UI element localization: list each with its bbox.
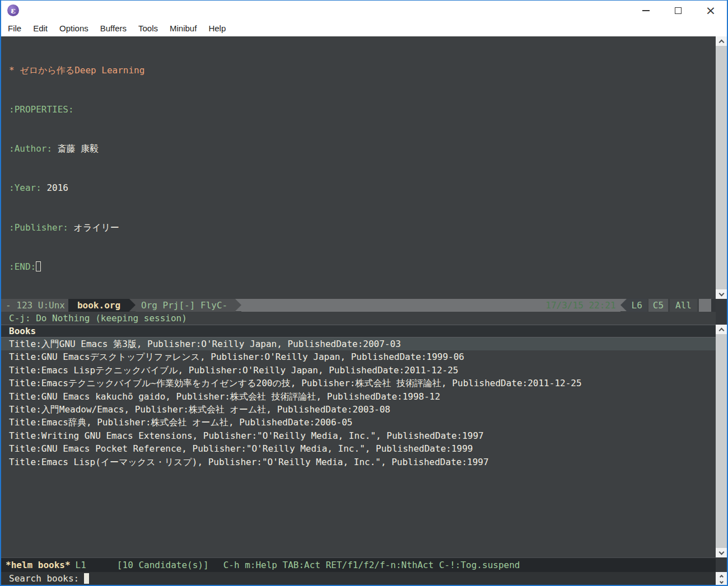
emacs-icon: ε [7,4,19,16]
helm-candidate[interactable]: Title:Emacs辞典, Publisher:株式会社 オーム社, Publ… [1,416,716,429]
close-button[interactable]: × [694,1,727,20]
helm-candidate[interactable]: Title:GNU Emacs kakuchō gaido, Publisher… [1,390,716,403]
chevron-up-icon [719,574,723,578]
chevron-up-icon [718,328,724,334]
close-icon: × [706,4,716,17]
helm-candidate[interactable]: Title:Emacs Lispテクニックバイブル, Publisher:O'R… [1,364,716,377]
org-author-line: :Author: 斎藤 康毅 [9,142,319,155]
modeline-helm: *helm books* L1 [10 Candidate(s)] C-h m:… [1,557,716,572]
helm-header-line: C-j: Do Nothing (keeping session) [9,312,187,325]
chevron-up-icon [718,40,724,45]
modeline-status: - 123 U:Unx [1,299,68,312]
helm-candidate[interactable]: Title:GNU Emacsデスクトップリファレンス, Publisher:O… [1,350,716,363]
scrollbar-editor[interactable] [716,36,727,299]
menu-edit[interactable]: Edit [33,24,48,33]
modeline-minor-modes[interactable]: Org Prj[-] FlyC- [136,299,235,312]
menu-tools[interactable]: Tools [138,24,158,33]
scroll-down-button[interactable] [716,289,727,299]
editor-buffer-book-org[interactable]: * ゼロから作るDeep Learning :PROPERTIES: :Auth… [1,36,716,299]
modeline-datetime: 17/3/15 22:21 [241,299,620,312]
modeline-buffer-position: All [670,299,697,312]
minibuffer-input[interactable]: Search books: [1,572,716,585]
modeline-book-org: - 123 U:Unx book.org Org Prj[-] FlyC- 17… [1,299,716,312]
helm-keybinding-help: C-h m:Help TAB:Act RET/f1/f2/f-n:NthAct … [223,560,520,570]
scroll-up-button[interactable] [716,36,727,46]
menu-bar: File Edit Options Buffers Tools Minibuf … [1,20,727,36]
modeline-column-number: C5 [648,299,668,312]
menu-help[interactable]: Help [208,24,226,33]
helm-candidate[interactable]: Title:GNU Emacs Pocket Reference, Publis… [1,442,716,455]
org-heading-line: * ゼロから作るDeep Learning [9,64,319,77]
modeline-end-block [699,299,711,312]
org-properties-line: :PROPERTIES: [9,103,319,116]
menu-file[interactable]: File [8,24,21,33]
active-cursor [84,573,89,584]
helm-line-number: L1 [76,560,86,570]
chevron-down-icon [718,550,724,555]
title-bar: ε × [1,1,727,20]
scrollbar-minibuffer[interactable] [716,572,727,585]
modeline-line-number: L6 [627,299,647,312]
window-controls: × [629,1,727,20]
powerline-arrow-icon [235,299,241,311]
helm-candidate[interactable]: Title:入門Meadow/Emacs, Publisher:株式会社 オーム… [1,403,716,416]
maximize-button[interactable] [662,1,694,20]
emacs-window: ε × File Edit Options Buffers Tools Mini… [0,0,728,586]
menu-minibuf[interactable]: Minibuf [170,24,197,33]
minibuffer-prompt: Search books: [9,573,79,584]
scroll-up-button[interactable] [716,572,727,579]
chevron-down-icon [719,579,723,583]
helm-candidate[interactable]: Title:Writing GNU Emacs Extensions, Publ… [1,429,716,442]
scroll-up-button[interactable] [716,325,727,334]
scrollbar-thumb[interactable] [716,334,727,548]
helm-candidate[interactable]: Title:Emacsテクニックバイブル~作業効率をカイゼンする200の技, P… [1,377,716,390]
scroll-down-button[interactable] [716,579,727,585]
org-year-line: :Year: 2016 [9,181,319,194]
org-publisher-line: :Publisher: オライリー [9,221,319,234]
helm-candidate-list: Title:入門GNU Emacs 第3版, Publisher:O'Reill… [1,337,716,468]
helm-buffer-name: *helm books* [6,560,71,570]
org-end-line: :END: [9,260,319,273]
menu-buffers[interactable]: Buffers [100,24,127,33]
modeline-buffer-name[interactable]: book.org [68,299,129,312]
powerline-arrow-left-icon [620,299,627,311]
scrollbar-thumb[interactable] [716,46,727,289]
inactive-cursor [36,261,41,271]
helm-candidate-count: [10 Candidate(s)] [117,560,209,570]
chevron-down-icon [718,291,724,297]
buffer-text: * ゼロから作るDeep Learning :PROPERTIES: :Auth… [9,37,319,339]
scroll-down-button[interactable] [716,548,727,557]
helm-candidate-selected[interactable]: Title:入門GNU Emacs 第3版, Publisher:O'Reill… [1,337,716,350]
helm-candidate[interactable]: Title:Emacs Lisp(イーマックス・リスプ), Publisher:… [1,456,716,468]
scrollbar-column [716,36,727,585]
powerline-arrow-icon [129,299,136,311]
helm-source-header: Books [1,325,716,337]
scrollbar-helm[interactable] [716,325,727,557]
menu-options[interactable]: Options [59,24,88,33]
modeline-end-strip [711,299,716,312]
maximize-icon [675,7,682,14]
helm-buffer[interactable]: C-j: Do Nothing (keeping session) Books … [1,312,716,557]
minimize-icon [642,10,650,11]
minimize-button[interactable] [629,1,662,20]
